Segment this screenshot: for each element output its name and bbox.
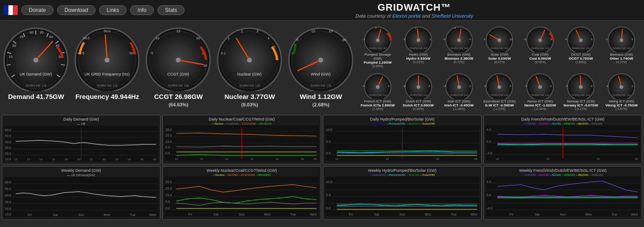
svg-text:10: 10 [311, 29, 315, 33]
pumped-label: Pumped Storage (GW) [360, 53, 395, 61]
weekly-nuclear-legend: —Nuclear —NL(GW) —CCGT(GW) —Wind(GW) [165, 174, 319, 176]
svg-text:Wed: Wed [310, 212, 317, 216]
solar-label: Solar (GW) [491, 53, 508, 57]
svg-text:Sat: Sat [374, 212, 379, 216]
svg-text:Fri: Fri [188, 212, 192, 216]
svg-text:Tue: Tue [130, 213, 135, 217]
french-flag [4, 5, 18, 15]
elexon-link[interactable]: Elexon portal [392, 13, 421, 19]
svg-text:20.0: 20.0 [5, 207, 11, 211]
svg-text:06: 06 [140, 158, 144, 161]
svg-text:15.0: 15.0 [165, 140, 172, 144]
daily-demand-title: Daily Demand (GW) [4, 117, 158, 121]
svg-text:30.0: 30.0 [5, 146, 11, 150]
svg-text:-2: -2 [444, 85, 446, 87]
daily-hydro-chart: Daily Hydro/Pumped/Bio/Solar (GW) —Hydro… [323, 115, 482, 164]
svg-text:1: 1 [228, 36, 230, 40]
svg-point-108 [579, 38, 583, 42]
weekly-hydro-svg: 10.0 5.0 0.0 Fri Sat Sun Mon Tue Wed [325, 177, 479, 216]
svg-text:14: 14 [39, 158, 43, 161]
svg-text:5.0: 5.0 [326, 193, 330, 197]
site-title: GRIDWATCH™ [378, 2, 451, 13]
info-button[interactable]: Info [130, 5, 154, 15]
donate-button[interactable]: Donate [21, 5, 54, 15]
svg-text:Smiths Ind. Ltd: Smiths Ind. Ltd [26, 84, 46, 87]
biomass-sublabel: (5.70%) [453, 61, 464, 64]
svg-point-150 [579, 85, 583, 89]
coal-sublabel: (8.00%) [535, 61, 546, 64]
weekly-demand-title: Weekly Demand (GW) [4, 168, 158, 173]
daily-demand-legend: — #fff [4, 122, 158, 125]
svg-text:Smiths Ind. Ltd: Smiths Ind. Ltd [531, 94, 549, 96]
biomass-value: Biomass 2.38GW [445, 57, 473, 61]
download-button[interactable]: Download [57, 5, 96, 15]
ocgt-gauge: 0 5 Smiths Ind. Ltd OCGT (GW) OCGT 0.70G… [563, 23, 598, 68]
frequency-gauge-svg: 49.5 50.0 50.5 49.5 UK GRID Frequency (H… [73, 23, 142, 91]
small-gauges-top-row: -2 0 2 Smiths Ind. Ltd Pumped Storage (G… [358, 23, 641, 68]
wind-value: Wind 1.12GW (2.68%) [300, 93, 342, 108]
links-button[interactable]: Links [99, 5, 126, 15]
svg-text:15.0: 15.0 [165, 193, 172, 197]
other-value: Other 1.74GW [610, 57, 633, 61]
svg-point-120 [376, 85, 380, 89]
ocgt-label: OCGT (GW) [571, 53, 590, 57]
norway-ict-label: Norway ICT (GW) [567, 99, 594, 103]
biomass-gauge: 0 2 4 Smiths Ind. Ltd Biomass (GW) Bioma… [441, 23, 477, 68]
svg-point-138 [498, 85, 501, 89]
hydro-svg: 0 1 2 Smiths Ind. Ltd [401, 23, 436, 52]
nemo-ict-sublabel: (-2.44%) [534, 107, 546, 110]
hydro-label: Hydro (GW) [409, 53, 428, 57]
svg-text:0.0: 0.0 [326, 151, 330, 155]
svg-point-68 [318, 57, 323, 63]
svg-text:10: 10 [156, 36, 160, 40]
svg-text:20: 20 [196, 36, 200, 40]
demand-gauge: 15 20 25 30 35 40 45 55 UK Demand (GW) S… [2, 23, 70, 100]
svg-text:10: 10 [14, 158, 18, 161]
header: Donate Download Links Info Stats GRIDWAT… [0, 0, 644, 21]
weekly-demand-svg: 60.0 50.0 40.0 30.0 20.0 10.0 Fri Sat Su… [4, 177, 158, 217]
svg-text:20: 20 [12, 44, 16, 48]
svg-text:35.0: 35.0 [165, 128, 172, 132]
daily-ict-title: Daily French/Irish/Dutch/EW/BE/NSL ICT (… [486, 117, 640, 121]
svg-text:Nuclear (GW): Nuclear (GW) [237, 72, 261, 76]
svg-text:10.0: 10.0 [326, 128, 332, 132]
svg-text:60.0: 60.0 [5, 128, 11, 132]
svg-text:30: 30 [30, 30, 34, 34]
svg-text:60.0: 60.0 [5, 180, 11, 184]
svg-text:Sat: Sat [53, 213, 58, 217]
weekly-ict-title: Weekly French/Irish/Dutch/EW/BE/NSL ICT … [486, 168, 640, 173]
coal-label: Coal (GW) [532, 53, 548, 57]
svg-text:5.0: 5.0 [165, 200, 170, 204]
svg-text:08: 08 [314, 157, 317, 160]
svg-text:Mon: Mon [425, 212, 431, 216]
stats-button[interactable]: Stats [157, 5, 184, 15]
svg-text:Smiths Ind. Ltd: Smiths Ind. Ltd [450, 94, 468, 96]
svg-text:-4.0: -4.0 [487, 151, 492, 155]
svg-text:18: 18 [225, 157, 229, 160]
nemo-ict-value: Nemo ICT -1.02GW [525, 103, 556, 107]
french-ict-sublabel: (7.16%) [372, 107, 383, 110]
svg-text:16: 16 [52, 158, 56, 161]
nemo-ict-label: Nemo ICT (GW) [527, 99, 553, 103]
svg-text:10: 10 [496, 157, 499, 160]
svg-text:14: 14 [200, 157, 203, 160]
svg-text:50.0: 50.0 [5, 187, 11, 191]
nuclear-value: Nuclear 3.77GW (9.03%) [224, 93, 275, 108]
sheffield-link[interactable]: Sheffield University [432, 13, 473, 19]
irish-ict-label: Irish ICT (GW) [448, 99, 470, 103]
svg-text:20.0: 20.0 [5, 151, 11, 155]
nuclear-gauge-svg: 0.1 1 2 3 4 5 6 Nuclear (GW) Smiths Ind.… [215, 23, 284, 91]
coal-gauge: 0 20 Smiths Ind. Ltd Coal (GW) Coal 8.00… [522, 23, 558, 68]
other-sublabel: (4.17%) [616, 61, 627, 64]
solar-sublabel: (0.07%) [494, 61, 505, 64]
weekly-ict-chart: Weekly French/Irish/Dutch/EW/BE/NSL ICT … [483, 166, 642, 220]
french-ict-svg: -5 5 Smiths Ind. Ltd [360, 70, 395, 99]
svg-text:Sat: Sat [214, 212, 218, 216]
frequency-value: Frequency 49.944Hz [75, 93, 139, 100]
svg-text:35.0: 35.0 [165, 180, 172, 184]
svg-text:Smiths Ind. Ltd: Smiths Ind. Ltd [168, 84, 189, 87]
svg-text:04: 04 [128, 158, 131, 161]
svg-text:Smiths Ind. Ltd: Smiths Ind. Ltd [531, 47, 549, 49]
daily-charts-row: Daily Demand (GW) — #fff 60.0 50.0 40.0 … [2, 115, 642, 164]
svg-point-32 [104, 57, 110, 63]
